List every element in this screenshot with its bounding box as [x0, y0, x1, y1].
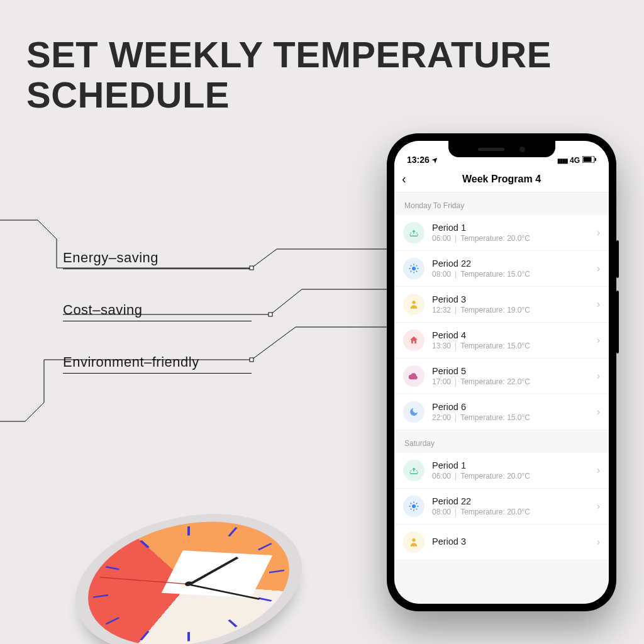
signal-icon: ▮▮▮▮	[557, 157, 567, 164]
chevron-right-icon: ›	[597, 227, 600, 238]
period-row[interactable]: Period 517:00|Temperature: 22.0°C›	[394, 358, 609, 394]
period-title: Period 1	[432, 223, 589, 233]
period-row[interactable]: Period 413:30|Temperature: 15.0°C›	[394, 323, 609, 358]
period-subtitle: 12:32|Temperature: 19.0°C	[432, 306, 589, 314]
chevron-right-icon: ›	[597, 335, 600, 346]
moon-icon	[403, 401, 425, 423]
period-subtitle: 17:00|Temperature: 22.0°C	[432, 377, 589, 386]
chevron-right-icon: ›	[597, 501, 600, 512]
svg-line-23	[411, 509, 412, 510]
svg-line-14	[416, 265, 418, 267]
period-row[interactable]: Period 106:00|Temperature: 20.0°C›	[394, 215, 609, 251]
svg-line-21	[411, 503, 412, 504]
page-headline: SET WEEKLY TEMPERATURE SCHEDULE	[26, 35, 552, 115]
svg-line-11	[411, 265, 412, 267]
svg-line-12	[416, 271, 418, 272]
feature-list: Energy–saving Cost–saving Environment–fr…	[63, 250, 252, 406]
schedule-list[interactable]: Monday To FridayPeriod 106:00|Temperatur…	[394, 192, 609, 604]
nav-title: Week Program 4	[462, 174, 541, 185]
period-row[interactable]: Period 106:00|Temperature: 20.0°C›	[394, 453, 609, 489]
feature-cost-saving: Cost–saving	[63, 302, 252, 321]
svg-line-13	[411, 271, 412, 272]
chevron-right-icon: ›	[597, 465, 600, 476]
period-title: Period 1	[432, 460, 589, 470]
battery-icon	[582, 156, 596, 165]
period-title: Period 5	[432, 366, 589, 376]
period-row[interactable]: Period 622:00|Temperature: 15.0°C›	[394, 394, 609, 430]
period-title: Period 22	[432, 258, 589, 269]
phone-notch	[448, 141, 555, 157]
svg-rect-4	[584, 157, 592, 162]
home-icon	[403, 330, 425, 351]
sun-icon	[403, 496, 425, 517]
period-row[interactable]: Period 312:32|Temperature: 19.0°C›	[394, 287, 609, 323]
feature-energy-saving: Energy–saving	[63, 250, 252, 269]
svg-rect-1	[269, 313, 272, 316]
cloud-icon	[403, 365, 425, 387]
period-title: Period 6	[432, 402, 589, 412]
period-subtitle: 06:00|Temperature: 20.0°C	[432, 234, 589, 243]
svg-point-6	[412, 267, 416, 270]
back-button[interactable]: ‹	[402, 172, 406, 186]
phone-mockup: 13:26 ➤ ▮▮▮▮ 4G ‹ Week Program 4 Monday …	[387, 133, 616, 611]
svg-line-24	[416, 503, 418, 504]
svg-rect-5	[595, 158, 596, 161]
headline-line-2: SCHEDULE	[26, 75, 552, 115]
period-row[interactable]: Period 2208:00|Temperature: 15.0°C›	[394, 251, 609, 287]
sun-icon	[403, 258, 425, 279]
chevron-right-icon: ›	[597, 406, 600, 418]
feature-environment-friendly: Environment–friendly	[63, 354, 252, 374]
period-title: Period 22	[432, 496, 589, 506]
svg-line-22	[416, 509, 418, 510]
period-title: Period 4	[432, 330, 589, 340]
section-header: Saturday	[394, 430, 609, 453]
period-subtitle: 13:30|Temperature: 15.0°C	[432, 341, 589, 350]
svg-point-16	[412, 504, 416, 508]
chevron-right-icon: ›	[597, 263, 600, 274]
period-row[interactable]: Period 3›	[394, 525, 609, 560]
period-title: Period 3	[432, 536, 589, 547]
sunrise-icon	[403, 460, 425, 481]
period-subtitle: 22:00|Temperature: 15.0°C	[432, 413, 589, 422]
nav-bar: ‹ Week Program 4	[394, 166, 609, 192]
section-header: Monday To Friday	[394, 192, 609, 215]
period-subtitle: 06:00|Temperature: 20.0°C	[432, 472, 589, 480]
svg-point-25	[412, 538, 415, 541]
period-title: Period 3	[432, 294, 589, 304]
clock-illustration	[75, 483, 340, 611]
person-icon	[403, 294, 425, 315]
location-arrow-icon: ➤	[430, 155, 440, 165]
status-time: 13:26	[407, 155, 430, 165]
headline-line-1: SET WEEKLY TEMPERATURE	[26, 35, 552, 75]
period-row[interactable]: Period 2208:00|Temperature: 20.0°C›	[394, 489, 609, 525]
period-subtitle: 08:00|Temperature: 20.0°C	[432, 508, 589, 516]
sunrise-icon	[403, 222, 425, 243]
status-network: 4G	[570, 156, 580, 165]
chevron-right-icon: ›	[597, 536, 600, 548]
person-icon	[403, 531, 425, 553]
period-subtitle: 08:00|Temperature: 15.0°C	[432, 270, 589, 279]
chevron-right-icon: ›	[597, 370, 600, 382]
phone-screen: 13:26 ➤ ▮▮▮▮ 4G ‹ Week Program 4 Monday …	[394, 141, 609, 604]
svg-point-15	[412, 301, 415, 304]
chevron-right-icon: ›	[597, 299, 600, 310]
